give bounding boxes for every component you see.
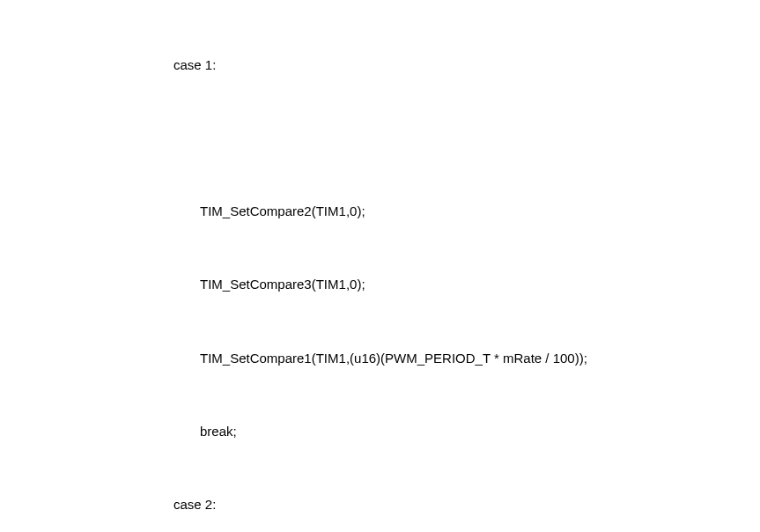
code-line: case 1: <box>173 53 760 78</box>
code-block: case 1: TIM_SetCompare2(TIM1,0); TIM_Set… <box>173 4 760 532</box>
code-line: TIM_SetCompare3(TIM1,0); <box>173 272 760 297</box>
code-line: break; <box>173 419 760 444</box>
code-line: case 2: <box>173 492 760 517</box>
code-line: TIM_SetCompare1(TIM1,(u16)(PWM_PERIOD_T … <box>173 346 760 371</box>
code-line: TIM_SetCompare2(TIM1,0); <box>173 199 760 224</box>
code-line <box>173 126 760 151</box>
